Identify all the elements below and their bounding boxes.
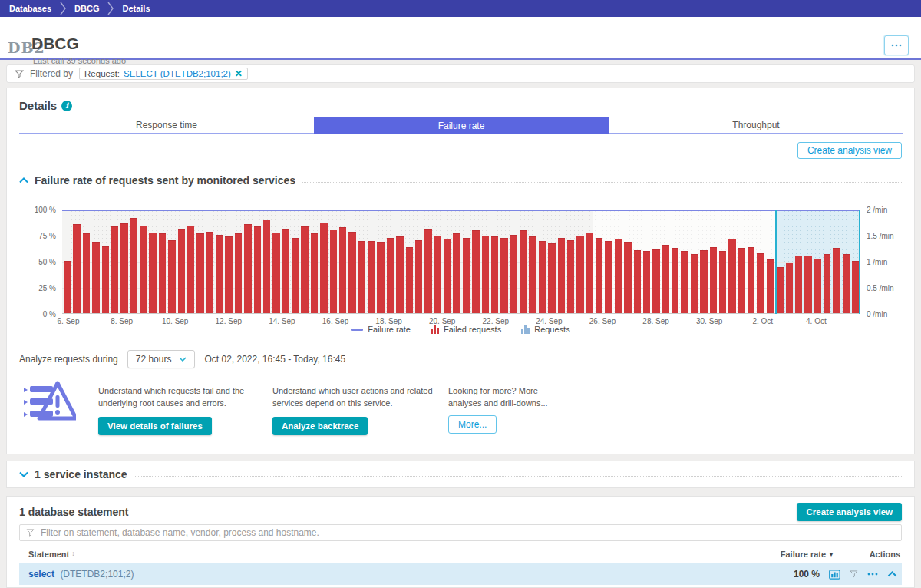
expand-chevron-down-icon[interactable]: [19, 471, 28, 477]
row-more-icon[interactable]: [867, 573, 878, 576]
failed-requests-bar[interactable]: [596, 238, 602, 313]
row-filter-icon[interactable]: [850, 570, 858, 578]
failed-requests-bar[interactable]: [748, 247, 754, 313]
failed-requests-bar[interactable]: [520, 230, 527, 313]
failed-requests-bar[interactable]: [111, 226, 118, 313]
failed-requests-bar[interactable]: [757, 253, 764, 313]
failed-requests-bar[interactable]: [216, 235, 223, 313]
failed-requests-bar[interactable]: [634, 250, 641, 313]
failed-requests-bar[interactable]: [149, 233, 156, 313]
analyze-backtrace-button[interactable]: Analyze backtrace: [272, 417, 368, 435]
collapse-chevron-up-icon[interactable]: [19, 177, 28, 183]
failed-requests-bar[interactable]: [615, 239, 622, 313]
failed-requests-bar[interactable]: [586, 233, 593, 313]
header-more-button[interactable]: [884, 35, 909, 55]
statement-filter-input[interactable]: Filter on statement, database name, vend…: [19, 524, 902, 541]
column-failure-rate[interactable]: Failure rate ▼: [781, 550, 834, 559]
failed-requests-bar[interactable]: [140, 226, 147, 313]
failed-requests-bar[interactable]: [377, 242, 384, 313]
failed-requests-bar[interactable]: [453, 233, 460, 313]
failed-requests-bar[interactable]: [804, 256, 811, 313]
failed-requests-bar[interactable]: [196, 233, 203, 313]
failed-requests-bar[interactable]: [833, 248, 840, 313]
failed-requests-bar[interactable]: [292, 238, 299, 313]
failed-requests-bar[interactable]: [282, 229, 289, 313]
failed-requests-bar[interactable]: [786, 263, 793, 313]
more-button[interactable]: More...: [448, 415, 497, 434]
tab-throughput[interactable]: Throughput: [609, 117, 903, 134]
failed-requests-bar[interactable]: [719, 251, 726, 313]
failed-requests-bar[interactable]: [206, 232, 213, 313]
chart-plot-area[interactable]: [62, 210, 860, 314]
legend-requests[interactable]: Requests: [521, 325, 569, 334]
failed-requests-bar[interactable]: [662, 245, 669, 313]
failed-requests-bar[interactable]: [652, 249, 659, 313]
failed-requests-bar[interactable]: [539, 241, 546, 313]
failed-requests-bar[interactable]: [235, 233, 242, 313]
failed-requests-bar[interactable]: [387, 238, 394, 313]
legend-failed-requests[interactable]: Failed requests: [431, 325, 501, 334]
create-analysis-view-button[interactable]: Create analysis view: [797, 142, 902, 159]
view-details-of-failures-button[interactable]: View details of failures: [98, 417, 212, 435]
legend-failure-rate[interactable]: Failure rate: [351, 325, 411, 334]
failed-requests-bar[interactable]: [681, 251, 688, 313]
info-icon[interactable]: i: [61, 101, 72, 111]
failed-requests-bar[interactable]: [444, 239, 451, 313]
failed-requests-bar[interactable]: [187, 226, 194, 313]
failed-requests-bar[interactable]: [672, 248, 678, 313]
failed-requests-bar[interactable]: [605, 241, 612, 313]
failed-requests-bar[interactable]: [92, 242, 99, 313]
filter-bar[interactable]: Filtered by Request: SELECT (DTETDB2;101…: [6, 64, 915, 83]
failed-requests-bar[interactable]: [320, 223, 327, 313]
failed-requests-bar[interactable]: [311, 233, 318, 313]
failed-requests-bar[interactable]: [83, 233, 90, 313]
failed-requests-bar[interactable]: [424, 229, 431, 313]
failed-requests-bar[interactable]: [348, 232, 355, 313]
failed-requests-bar[interactable]: [168, 240, 175, 314]
tab-response-time[interactable]: Response time: [19, 117, 314, 134]
failed-requests-bar[interactable]: [463, 238, 470, 313]
failed-requests-bar[interactable]: [500, 238, 507, 313]
failed-requests-bar[interactable]: [843, 254, 850, 313]
failed-requests-bar[interactable]: [548, 243, 555, 313]
failed-requests-bar[interactable]: [482, 236, 489, 313]
failed-requests-bar[interactable]: [263, 220, 270, 314]
failed-requests-bar[interactable]: [159, 233, 166, 313]
breadcrumb-item-databases[interactable]: Databases: [9, 4, 59, 13]
failed-requests-bar[interactable]: [434, 236, 441, 313]
failed-requests-bar[interactable]: [700, 250, 707, 313]
failed-requests-bar[interactable]: [368, 241, 375, 313]
failed-requests-bar[interactable]: [120, 223, 127, 313]
failed-requests-bar[interactable]: [244, 224, 251, 313]
failed-requests-bar[interactable]: [491, 236, 498, 313]
failed-requests-bar[interactable]: [510, 235, 517, 313]
selection-right-handle[interactable]: [859, 210, 860, 314]
filter-chip-remove-icon[interactable]: ✕: [235, 69, 243, 78]
create-analysis-view-button[interactable]: Create analysis view: [797, 503, 902, 521]
breadcrumb-item-dbcg[interactable]: DBCG: [67, 4, 107, 13]
failed-requests-bar[interactable]: [330, 230, 337, 313]
filter-chip-value[interactable]: SELECT (DTETDB2;101;2): [124, 69, 231, 78]
failed-requests-bar[interactable]: [472, 230, 479, 313]
failed-requests-bar[interactable]: [406, 247, 413, 313]
failed-requests-bar[interactable]: [130, 218, 137, 313]
failed-requests-bar[interactable]: [102, 246, 109, 313]
failed-requests-bar[interactable]: [767, 259, 774, 313]
failed-requests-bar[interactable]: [576, 236, 583, 313]
failed-requests-bar[interactable]: [415, 240, 422, 314]
failed-requests-bar[interactable]: [254, 226, 261, 313]
failed-requests-bar[interactable]: [225, 236, 232, 313]
failed-requests-bar[interactable]: [776, 267, 783, 313]
tab-failure-rate[interactable]: Failure rate: [314, 117, 609, 134]
failed-requests-bar[interactable]: [358, 241, 365, 313]
chart-action-icon[interactable]: [829, 570, 840, 580]
statement-keyword-link[interactable]: select: [28, 569, 54, 580]
timeframe-select[interactable]: 72 hours: [127, 350, 196, 368]
failed-requests-bar[interactable]: [339, 227, 346, 313]
failed-requests-bar[interactable]: [643, 251, 650, 313]
failed-requests-bar[interactable]: [824, 254, 830, 313]
failed-requests-bar[interactable]: [178, 229, 185, 313]
failed-requests-bar[interactable]: [795, 256, 802, 313]
failed-requests-bar[interactable]: [73, 224, 80, 313]
failed-requests-bar[interactable]: [728, 239, 735, 313]
